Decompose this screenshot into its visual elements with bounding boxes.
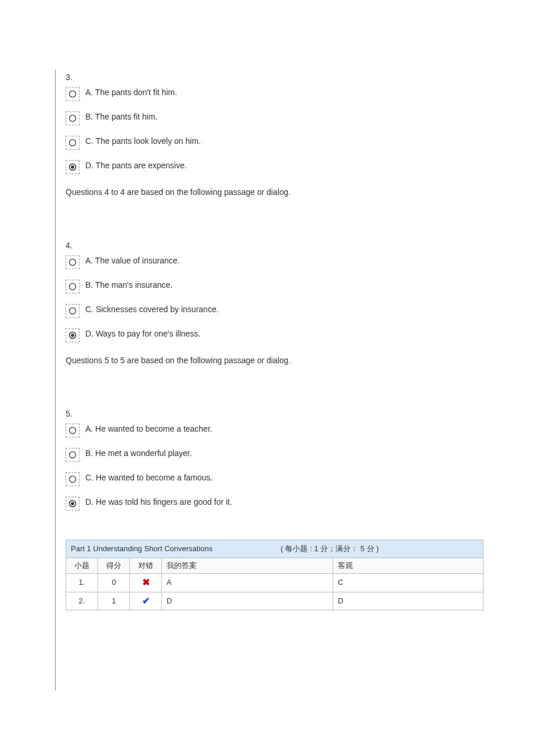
option-label: C. He wanted to become a famous.: [85, 472, 212, 484]
cell-correct: ✔: [130, 592, 162, 610]
cell-my-answer: A: [162, 574, 333, 592]
svg-point-4: [71, 165, 74, 169]
option-label: C. Sicknesses covered by insurance.: [85, 304, 219, 316]
option-label: B. The man's insurance.: [85, 280, 172, 291]
q3-option-c[interactable]: C. The pants look lovely on him.: [66, 136, 484, 150]
results-title-row: Part 1 Understanding Short Conversations…: [66, 540, 484, 558]
option-label: C. The pants look lovely on him.: [85, 136, 201, 147]
results-title-right: ( 每小题 : 1 分；满分： 5 分 ): [281, 544, 379, 553]
q4-option-d[interactable]: D. Ways to pay for one's illness.: [66, 328, 484, 342]
svg-point-14: [71, 502, 74, 505]
svg-point-9: [71, 334, 74, 337]
left-margin-rule: [55, 70, 56, 690]
table-row: 1. 0 ✖ A C: [66, 574, 484, 592]
svg-point-12: [70, 476, 76, 482]
passage-note-5: Questions 5 to 5 are based on the follow…: [66, 353, 327, 368]
cell-score: 1: [98, 592, 130, 610]
header-question: 小题: [66, 558, 98, 574]
svg-point-6: [70, 283, 76, 290]
radio-unselected-icon: [66, 448, 80, 462]
header-correct: 对错: [130, 558, 162, 574]
cell-question: 1.: [66, 574, 98, 592]
radio-unselected-icon: [66, 111, 80, 125]
q5-option-b[interactable]: B. He met a wonderful player.: [66, 448, 484, 462]
q5-option-a[interactable]: A. He wanted to become a teacher.: [66, 424, 484, 437]
header-objective: 客观: [333, 558, 484, 574]
question-number-4: 4.: [66, 240, 484, 252]
check-icon: ✔: [142, 596, 150, 606]
option-label: D. He was told his fingers are good for …: [85, 497, 232, 508]
svg-point-10: [70, 427, 76, 433]
radio-unselected-icon: [66, 280, 80, 294]
option-label: A. He wanted to become a teacher.: [85, 424, 212, 435]
passage-note-4: Questions 4 to 4 are based on the follow…: [66, 185, 327, 200]
option-label: D. Ways to pay for one's illness.: [85, 328, 200, 340]
cell-objective: D: [333, 592, 484, 610]
results-table: Part 1 Understanding Short Conversations…: [66, 540, 484, 610]
q4-option-a[interactable]: A. The value of insurance.: [66, 255, 484, 269]
table-row: 2. 1 ✔ D D: [66, 592, 484, 610]
radio-unselected-icon: [66, 255, 80, 269]
option-label: B. The pants fit him.: [85, 111, 157, 123]
q4-option-b[interactable]: B. The man's insurance.: [66, 280, 484, 294]
radio-unselected-icon: [66, 304, 80, 318]
svg-point-1: [70, 115, 76, 121]
svg-point-11: [70, 451, 76, 458]
radio-selected-icon: [66, 497, 80, 511]
svg-point-7: [70, 308, 76, 314]
cell-correct: ✖: [130, 574, 162, 592]
option-label: B. He met a wonderful player.: [85, 448, 192, 460]
radio-unselected-icon: [66, 87, 80, 101]
radio-unselected-icon: [66, 472, 80, 486]
radio-unselected-icon: [66, 136, 80, 150]
results-header-row: 小题 得分 对错 我的答案 客观: [66, 558, 484, 574]
header-score: 得分: [98, 558, 130, 574]
q5-option-c[interactable]: C. He wanted to become a famous.: [66, 472, 484, 486]
option-label: D. The pants are expensive.: [85, 160, 187, 172]
question-number-3: 3.: [66, 72, 484, 84]
q3-option-a[interactable]: A. The pants don't fit him.: [66, 87, 484, 101]
question-number-5: 5.: [66, 408, 484, 420]
q3-option-d[interactable]: D. The pants are expensive.: [66, 160, 484, 174]
option-label: A. The value of insurance.: [85, 255, 179, 267]
radio-selected-icon: [66, 328, 80, 342]
questions-content: 3. A. The pants don't fit him. B. The pa…: [66, 67, 484, 610]
cross-icon: ✖: [142, 577, 150, 587]
svg-point-2: [70, 139, 76, 146]
results-title-left: Part 1 Understanding Short Conversations: [71, 544, 212, 553]
svg-point-0: [70, 91, 76, 97]
q4-option-c[interactable]: C. Sicknesses covered by insurance.: [66, 304, 484, 318]
svg-point-5: [70, 259, 76, 265]
option-label: A. The pants don't fit him.: [85, 87, 177, 99]
q5-option-d[interactable]: D. He was told his fingers are good for …: [66, 497, 484, 511]
cell-my-answer: D: [162, 592, 333, 610]
cell-score: 0: [98, 574, 130, 592]
q3-option-b[interactable]: B. The pants fit him.: [66, 111, 484, 125]
cell-question: 2.: [66, 592, 98, 610]
radio-unselected-icon: [66, 424, 80, 437]
cell-objective: C: [333, 574, 484, 592]
header-my-answer: 我的答案: [162, 558, 333, 574]
radio-selected-icon: [66, 160, 80, 174]
